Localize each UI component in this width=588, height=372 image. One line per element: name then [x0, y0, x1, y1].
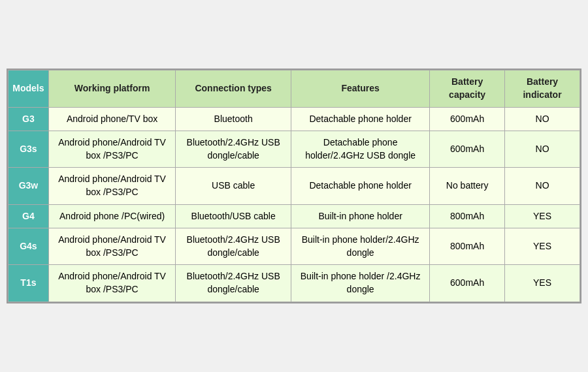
model-cell: G4s: [8, 228, 49, 265]
battery-capacity-cell: 800mAh: [430, 204, 505, 228]
battery-capacity-cell: 600mAh: [430, 265, 505, 302]
comparison-table: Models Working platform Connection types…: [7, 69, 581, 303]
battery-capacity-cell: 600mAh: [430, 107, 505, 131]
model-cell: T1s: [8, 265, 49, 302]
table-row: G3wAndroid phone/Android TV box /PS3/PCU…: [8, 168, 580, 204]
connection-types-cell: Bluetooth: [176, 107, 291, 131]
battery-indicator-cell: NO: [505, 131, 580, 168]
table-row: G3Android phone/TV boxBluetoothDetachabl…: [8, 107, 580, 131]
model-cell: G3w: [8, 168, 49, 204]
battery-indicator-cell: NO: [505, 107, 580, 131]
table-row: G4sAndroid phone/Android TV box /PS3/PCB…: [8, 228, 580, 265]
table-row: G3sAndroid phone/Android TV box /PS3/PCB…: [8, 131, 580, 168]
battery-capacity-cell: No battery: [430, 168, 505, 204]
header-working-platform: Working platform: [48, 70, 175, 107]
working-platform-cell: Android phone/TV box: [48, 107, 175, 131]
header-models: Models: [8, 70, 49, 107]
features-cell: Built-in phone holder: [291, 204, 430, 228]
model-cell: G4: [8, 204, 49, 228]
model-cell: G3s: [8, 131, 49, 168]
working-platform-cell: Android phone/Android TV box /PS3/PC: [48, 265, 175, 302]
working-platform-cell: Android phone/Android TV box /PS3/PC: [48, 228, 175, 265]
features-cell: Detachable phone holder: [291, 168, 430, 204]
working-platform-cell: Android phone/Android TV box /PS3/PC: [48, 168, 175, 204]
connection-types-cell: Bluetooth/USB cable: [176, 204, 291, 228]
table-row: G4Android phone /PC(wired)Bluetooth/USB …: [8, 204, 580, 228]
header-connection-types: Connection types: [176, 70, 291, 107]
battery-capacity-cell: 600mAh: [430, 131, 505, 168]
battery-indicator-cell: YES: [505, 228, 580, 265]
header-features: Features: [291, 70, 430, 107]
working-platform-cell: Android phone/Android TV box /PS3/PC: [48, 131, 175, 168]
working-platform-cell: Android phone /PC(wired): [48, 204, 175, 228]
table-row: T1sAndroid phone/Android TV box /PS3/PCB…: [8, 265, 580, 302]
features-cell: Detachable phone holder: [291, 107, 430, 131]
battery-capacity-cell: 800mAh: [430, 228, 505, 265]
battery-indicator-cell: YES: [505, 265, 580, 302]
features-cell: Detachable phone holder/2.4GHz USB dongl…: [291, 131, 430, 168]
connection-types-cell: Bluetooth/2.4GHz USB dongle/cable: [176, 265, 291, 302]
features-cell: Built-in phone holder /2.4GHz dongle: [291, 265, 430, 302]
connection-types-cell: Bluetooth/2.4GHz USB dongle/cable: [176, 228, 291, 265]
battery-indicator-cell: NO: [505, 168, 580, 204]
header-battery-capacity: Battery capacity: [430, 70, 505, 107]
header-battery-indicator: Battery indicator: [505, 70, 580, 107]
battery-indicator-cell: YES: [505, 204, 580, 228]
connection-types-cell: USB cable: [176, 168, 291, 204]
features-cell: Built-in phone holder/2.4GHz dongle: [291, 228, 430, 265]
connection-types-cell: Bluetooth/2.4GHz USB dongle/cable: [176, 131, 291, 168]
model-cell: G3: [8, 107, 49, 131]
